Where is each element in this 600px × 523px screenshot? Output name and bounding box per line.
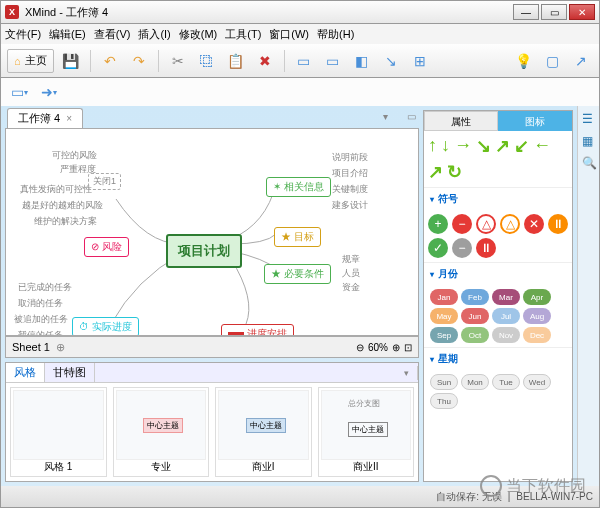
risk-node[interactable]: ⊘ 风险 xyxy=(84,237,129,257)
tab-properties[interactable]: 属性 xyxy=(424,111,498,131)
day-badge[interactable]: Wed xyxy=(523,374,551,390)
menu-tools[interactable]: 工具(T) xyxy=(225,27,261,42)
info-leaf[interactable]: 说明前段 xyxy=(326,149,374,166)
menu-edit[interactable]: 编辑(E) xyxy=(49,27,86,42)
mindmap-canvas[interactable]: 项目计划 ⊘ 风险 可控的风险 严重程度 真性发病的可控性 越是好的越难的风险 … xyxy=(5,128,419,336)
month-badge[interactable]: Dec xyxy=(523,327,551,343)
section-symbol[interactable]: 符号 xyxy=(424,187,572,210)
month-badge[interactable]: Jun xyxy=(461,308,489,324)
workbook-tab[interactable]: 工作簿 4 × xyxy=(7,108,83,128)
schedule-node[interactable]: 7 进度安排 xyxy=(221,324,294,336)
refresh-icon[interactable]: ↻ xyxy=(447,161,462,183)
prog-leaf[interactable]: 已完成的任务 xyxy=(12,279,78,296)
info-leaf[interactable]: 建多设计 xyxy=(326,197,374,214)
arrow-down-icon[interactable]: ↓ xyxy=(441,135,450,157)
month-badge[interactable]: Aug xyxy=(523,308,551,324)
gallery-dropdown[interactable]: ▾ xyxy=(396,366,418,380)
month-badge[interactable]: Apr xyxy=(523,289,551,305)
arrow-turn-icon[interactable]: ↘ xyxy=(476,135,491,157)
grid-icon[interactable]: ▦ xyxy=(582,134,596,148)
arrow-up-icon[interactable]: ↑ xyxy=(428,135,437,157)
risk-leaf[interactable]: 真性发病的可控性 xyxy=(14,181,98,198)
section-week[interactable]: 星期 xyxy=(424,347,572,370)
minimize-button[interactable]: — xyxy=(513,4,539,20)
day-badge[interactable]: Mon xyxy=(461,374,489,390)
section-month[interactable]: 月份 xyxy=(424,262,572,285)
search-icon[interactable]: 🔍 xyxy=(582,156,596,170)
info-node[interactable]: ✶ 相关信息 xyxy=(266,177,331,197)
goal-node[interactable]: ★ 目标 xyxy=(274,227,321,247)
plus-icon[interactable]: + xyxy=(428,214,448,234)
add-sheet-button[interactable]: ⊕ xyxy=(56,341,65,354)
risk-leaf[interactable]: 维护的解决方案 xyxy=(28,213,103,230)
gallery-item[interactable]: 风格 1 xyxy=(10,387,107,477)
pause-icon[interactable]: ⏸ xyxy=(548,214,568,234)
cross-icon[interactable]: ✕ xyxy=(524,214,544,234)
arrow-right-icon[interactable]: → xyxy=(454,135,472,157)
menu-window[interactable]: 窗口(W) xyxy=(269,27,309,42)
month-badge[interactable]: Feb xyxy=(461,289,489,305)
arrow-turn-icon[interactable]: ↗ xyxy=(495,135,510,157)
item-button[interactable]: ▭▾ xyxy=(7,80,31,104)
info-leaf[interactable]: 关键制度 xyxy=(326,181,374,198)
menu-insert[interactable]: 插入(I) xyxy=(138,27,170,42)
zoom-fit-button[interactable]: ⊡ xyxy=(404,342,412,353)
arrow-left-icon[interactable]: ← xyxy=(533,135,551,157)
prog-leaf[interactable]: 被追加的任务 xyxy=(8,311,74,328)
zoom-in-button[interactable]: ⊕ xyxy=(392,342,400,353)
gallery-item[interactable]: 总分支图中心主题商业II xyxy=(318,387,415,477)
home-button[interactable]: ⌂ 主页 xyxy=(7,49,54,73)
arrow-dl-icon[interactable]: ↙ xyxy=(514,135,529,157)
month-badge[interactable]: Nov xyxy=(492,327,520,343)
gallery-item[interactable]: 中心主题商业I xyxy=(215,387,312,477)
group-button[interactable]: ⊞ xyxy=(408,49,432,73)
tab-gantt[interactable]: 甘特图 xyxy=(45,363,95,382)
month-badge[interactable]: Mar xyxy=(492,289,520,305)
menu-file[interactable]: 文件(F) xyxy=(5,27,41,42)
gallery-item[interactable]: 中心主题专业 xyxy=(113,387,210,477)
present-button[interactable]: ▢ xyxy=(540,49,564,73)
day-badge[interactable]: Tue xyxy=(492,374,520,390)
month-badge[interactable]: Oct xyxy=(461,327,489,343)
save-button[interactable]: 💾 xyxy=(59,49,83,73)
cut-button[interactable]: ✂ xyxy=(166,49,190,73)
tab-dropdown[interactable]: ▾ xyxy=(373,104,397,128)
minus-icon[interactable]: − xyxy=(452,214,472,234)
tab-more[interactable]: ▭ xyxy=(399,104,423,128)
menu-modify[interactable]: 修改(M) xyxy=(179,27,218,42)
prog-leaf[interactable]: 暂停的任务 xyxy=(12,327,69,336)
day-badge[interactable]: Sun xyxy=(430,374,458,390)
day-badge[interactable]: Thu xyxy=(430,393,458,409)
copy-button[interactable]: ⿻ xyxy=(195,49,219,73)
need-leaf[interactable]: 资金 xyxy=(336,279,366,296)
warning-icon[interactable]: △ xyxy=(500,214,520,234)
outline-icon[interactable]: ☰ xyxy=(582,112,596,126)
month-badge[interactable]: Sep xyxy=(430,327,458,343)
idea-button[interactable]: 💡 xyxy=(511,49,535,73)
tab-icons[interactable]: 图标 xyxy=(498,111,572,131)
boundary-button[interactable]: ◧ xyxy=(350,49,374,73)
progress-node[interactable]: ⏱ 实际进度 xyxy=(72,317,139,336)
node-button-2[interactable]: ▭ xyxy=(321,49,345,73)
close-tab-icon[interactable]: × xyxy=(66,113,72,124)
menu-help[interactable]: 帮助(H) xyxy=(317,27,354,42)
month-badge[interactable]: May xyxy=(430,308,458,324)
close-button[interactable]: ✕ xyxy=(569,4,595,20)
minus-icon[interactable]: − xyxy=(452,238,472,258)
prog-leaf[interactable]: 取消的任务 xyxy=(12,295,69,312)
paste-button[interactable]: 📋 xyxy=(224,49,248,73)
menu-view[interactable]: 查看(V) xyxy=(94,27,131,42)
info-leaf[interactable]: 项目介绍 xyxy=(326,165,374,182)
risk-leaf[interactable]: 越是好的越难的风险 xyxy=(16,197,109,214)
month-badge[interactable]: Jul xyxy=(492,308,520,324)
redo-button[interactable]: ↷ xyxy=(127,49,151,73)
month-badge[interactable]: Jan xyxy=(430,289,458,305)
link-button[interactable]: ↘ xyxy=(379,49,403,73)
delete-button[interactable]: ✖ xyxy=(253,49,277,73)
arrow-ur-icon[interactable]: ↗ xyxy=(428,161,443,183)
warning-icon[interactable]: △ xyxy=(476,214,496,234)
node-button-1[interactable]: ▭ xyxy=(292,49,316,73)
zoom-value[interactable]: 60% xyxy=(368,342,388,353)
check-icon[interactable]: ✓ xyxy=(428,238,448,258)
share-button[interactable]: ↗ xyxy=(569,49,593,73)
